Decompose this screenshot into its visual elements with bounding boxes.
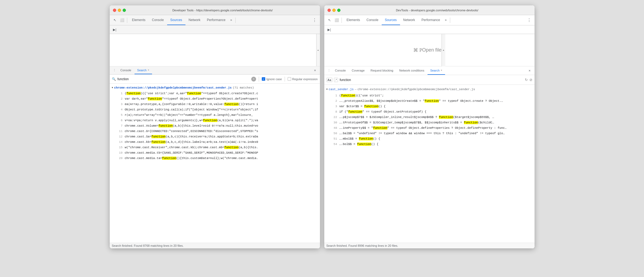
right-tab-sources[interactable]: Sources [382,15,400,25]
right-panel-close-button[interactable]: × [527,68,532,73]
ignore-case-label: Ignore case [266,77,282,81]
open-file-label: Open file [422,47,442,53]
panel-tab-search[interactable]: Search × [135,66,152,74]
right-toolbar: ↖ ⬜ Elements Console Sources Network Per… [324,15,535,25]
result-line[interactable]: 2 var da=h,ea="function"==typeof Object.… [110,96,320,102]
panel-tab-close-icon[interactable]: × [148,69,149,72]
collapse-icon[interactable]: ▼ [112,85,113,90]
right-file-link[interactable]: cast_sender.js [329,87,353,92]
maximize-button[interactable] [123,9,126,12]
regex-option[interactable]: Regular expression [288,77,318,81]
result-line[interactable]: 50 ….bal$$ = "undefined" != typeof windo… [324,131,535,136]
result-line[interactable]: 3 var $ctor$$ = function() { [324,104,535,109]
right-scroll-bar[interactable]: ▲ [442,34,445,66]
result-line[interactable]: 30 ….tPrototypeOf$$ = $JSCompiler_temp$j… [324,120,535,125]
right-search-input[interactable] [340,78,523,82]
cancel-search-icon[interactable]: ⊘ [529,78,532,82]
search-icon: 🔍 [112,77,116,81]
result-line[interactable]: 20 chrome.cast.media.ta=function(){this.… [110,156,320,161]
right-search-bar: Aa .* ↻ ⊘ [324,75,535,85]
panel-menu-icon[interactable]: ⋮ [112,68,117,73]
file-link[interactable]: chrome-extension://pkedcjkdefgpdelpbcmbm… [114,85,232,90]
cursor-icon[interactable]: ↖ [112,17,118,23]
right-device-icon[interactable]: ⬜ [333,17,340,23]
menu-button[interactable]: ⋮ [311,17,318,23]
scroll-up[interactable]: ▲ [316,48,320,52]
close-button[interactable] [113,9,116,12]
right-panel-menu-icon[interactable]: ⋮ [326,68,332,73]
right-secondary-toolbar: ▶| [324,25,535,34]
ignore-case-option[interactable]: Ignore case [262,77,282,81]
minimize-button[interactable] [118,9,121,12]
result-line[interactable]: 2 …._prototypeAlias$$, $$jscomp$objectCr… [324,98,535,104]
device-icon[interactable]: ⬜ [119,17,125,23]
right-panel-tab-bar: ⋮ Console Coverage Request blocking Netw… [324,66,535,75]
result-line[interactable]: 11 chrome.cast.G={CONNECTED:"connected",… [110,129,320,134]
right-tab-console[interactable]: Console [363,15,382,25]
traffic-lights [113,9,126,12]
result-line[interactable]: 1 (function)({'use strict';var e,aa="fun… [110,91,320,96]
result-line[interactable]: 8 if ("function" == typeof Object.setPro… [324,109,535,114]
right-panel-tab-close-icon[interactable]: × [441,69,442,72]
panel-close-button[interactable]: × [312,68,318,73]
right-panel-tab-network-conditions[interactable]: Network conditions [397,66,427,75]
right-devtools-window: DevTools - developers.google.com/web/too… [324,5,535,248]
result-line[interactable]: 4 Object.prototype.toString.call(a);if("… [110,107,320,112]
result-line[interactable]: 7 chrome.cast.Volume=function(a,b){this.… [110,123,320,129]
right-tab-list: Elements Console Sources Network Perform… [343,15,449,25]
result-line[interactable]: 15 w("chrome.cast.Receiver",chrome.cast.… [110,145,320,150]
right-maximize-button[interactable] [337,9,340,12]
right-tab-performance[interactable]: Performance [418,15,443,25]
result-line[interactable]: 19 chrome.cast.media.tb={SANS_SERIF:"SAN… [110,150,320,156]
scroll-bar[interactable]: ▲ [316,34,320,66]
match-count: (71 matches) [233,85,254,90]
status-bar: Search finished. Found 8768 matching lin… [110,243,320,248]
right-tab-elements[interactable]: Elements [343,15,363,25]
search-separator-2 [285,77,285,82]
search-input[interactable] [118,77,250,81]
search-separator [259,77,259,82]
tab-performance[interactable]: Performance [204,15,229,25]
right-minimize-button[interactable] [332,9,336,12]
tab-elements[interactable]: Elements [129,15,149,25]
left-toolbar: ↖ ⬜ Elements Console Sources Network Per… [110,15,320,25]
aa-button[interactable]: Aa [326,78,332,82]
right-panel-tab-search[interactable]: Search × [428,66,445,75]
result-line[interactable]: 22 ….p$jscomp$7$$ = $JSCompiler_inline_r… [324,114,535,120]
right-toolbar-separator [342,18,342,23]
result-line[interactable]: 51 ….mbol$$ = function() { [324,136,535,141]
right-panel-tab-request-blocking[interactable]: Request blocking [368,66,396,75]
right-scroll-up[interactable]: ▲ [442,48,445,52]
tab-network[interactable]: Network [185,15,204,25]
tab-sources[interactable]: Sources [167,15,185,25]
result-line[interactable]: 54 ….bol$$ = function() { [324,141,535,147]
ignore-case-checkbox[interactable] [262,77,265,81]
tab-console[interactable]: Console [149,15,167,25]
result-line[interactable]: 5 r(a);return"array"==b||"object"=="numb… [110,112,320,118]
right-sidebar-toggle-icon[interactable]: ▶| [326,27,332,33]
right-panel-tab-coverage[interactable]: Coverage [349,66,367,75]
panel-tab-console[interactable]: Console [118,66,134,74]
right-tab-more[interactable]: » [443,15,448,25]
result-line[interactable]: 1 (function)({'use strict'; [324,93,535,98]
result-line[interactable]: 3 ea(Array.prototype,a,{configurable:!0,… [110,102,320,107]
right-file-path: chrome-extension://pkedcjkdefgpdelpbcmbm… [357,87,475,92]
regex-checkbox[interactable] [288,77,291,81]
right-bottom-panel: ⋮ Console Coverage Request blocking Netw… [324,66,535,248]
result-line[interactable]: 12 chrome.cast.Sa=function(a,b,c){this.r… [110,134,320,139]
result-line[interactable]: 6 v=oa:v=pa;return v.apply(null,argument… [110,118,320,123]
search-clear-button[interactable]: × [251,77,256,82]
right-collapse-icon[interactable]: ▼ [326,87,328,92]
right-cursor-icon[interactable]: ↖ [326,17,333,23]
right-tab-network[interactable]: Network [400,15,418,25]
right-menu-button[interactable]: ⋮ [526,17,532,23]
right-panel-tab-console[interactable]: Console [332,66,349,75]
dotstar-button[interactable]: .* [334,78,338,82]
refresh-icon[interactable]: ↻ [525,78,528,82]
secondary-toolbar: ▶| [110,25,320,34]
sidebar-toggle-icon[interactable]: ▶| [112,27,118,33]
tab-more[interactable]: » [229,15,234,25]
result-line[interactable]: 14 chrome.cast.kb=function(a,b,c,d){this… [110,139,320,145]
result-line[interactable]: 48 ….ineProperty$$ = "function" == typeo… [324,125,535,131]
right-close-button[interactable] [328,9,331,12]
